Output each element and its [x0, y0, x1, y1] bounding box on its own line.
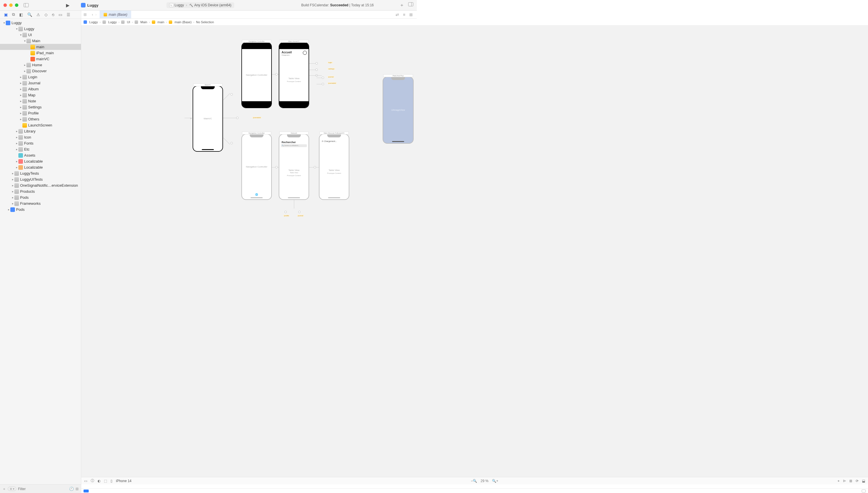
tree-item-icon[interactable]: ▸Icon — [0, 134, 81, 140]
disclosure-icon[interactable]: ▸ — [11, 196, 14, 199]
scene-mainvc[interactable]: MainVC MainVC — [192, 86, 223, 152]
tree-item-luggytests[interactable]: ▸LuggyTests — [0, 170, 81, 176]
segue-journal2[interactable]: journal — [297, 215, 304, 216]
disclosure-icon[interactable]: ▸ — [19, 106, 22, 109]
disclosure-icon[interactable]: ▾ — [15, 27, 18, 30]
tree-item-localizable[interactable]: ▸Localizable — [0, 164, 81, 170]
zoom-icon[interactable] — [15, 3, 18, 7]
tree-item-onesignalnotific-erviceextension[interactable]: ▸OneSignalNotific…erviceExtension — [0, 183, 81, 188]
breadcrumb-4[interactable]: main — [152, 20, 164, 24]
disclosure-icon[interactable]: ▸ — [23, 63, 26, 67]
disclosure-icon[interactable]: ▸ — [19, 111, 22, 115]
disclosure-icon[interactable]: ▸ — [15, 142, 18, 145]
issue-navigator-icon[interactable]: ⚠ — [37, 12, 40, 17]
report-navigator-icon[interactable]: ☰ — [67, 12, 70, 17]
tree-item-fonts[interactable]: ▸Fonts — [0, 140, 81, 146]
segue-profile[interactable]: profile — [283, 215, 290, 216]
tree-item-pods[interactable]: ▸Pods — [0, 207, 81, 213]
tree-item-assets[interactable]: Assets — [0, 152, 81, 158]
scene-followed[interactable]: Main Discover FollowedVC ⟳ Chargement...… — [319, 134, 349, 200]
disclosure-icon[interactable]: ▸ — [15, 166, 18, 169]
tree-item-others[interactable]: ▸Others — [0, 116, 81, 122]
scene-discover[interactable]: Network Rechercher 🔍 Carnets ou utilisat… — [279, 134, 309, 200]
tree-item-main[interactable]: main — [0, 44, 81, 50]
tree-item-ui[interactable]: ▾UI — [0, 32, 81, 38]
disclosure-icon[interactable]: ▸ — [19, 82, 22, 85]
scene-peek-pop[interactable]: Peek And Pop UIImageView — [383, 77, 414, 144]
jump-bar[interactable]: Luggy›Luggy›UI›Main›main›main (Base)›No … — [81, 19, 417, 25]
tree-item-map[interactable]: ▸Map — [0, 92, 81, 98]
breadcrumb-2[interactable]: UI — [121, 20, 130, 24]
tree-item-journal[interactable]: ▸Journal — [0, 80, 81, 86]
disclosure-icon[interactable]: ▾ — [23, 39, 26, 42]
test-navigator-icon[interactable]: ◇ — [44, 12, 48, 17]
disclosure-icon[interactable]: ▸ — [19, 117, 22, 121]
breadcrumb-0[interactable]: Luggy — [84, 20, 98, 24]
find-navigator-icon[interactable]: 🔍 — [27, 12, 32, 17]
disclosure-icon[interactable]: ▸ — [15, 160, 18, 163]
toggle-navigator-icon[interactable] — [23, 3, 29, 7]
segue-journalold2[interactable]: journalold — [328, 82, 337, 84]
breakpoint-navigator-icon[interactable]: ▭ — [59, 12, 62, 17]
tree-root[interactable]: ▾ Luggy — [0, 20, 81, 26]
disclosure-icon[interactable]: ▸ — [11, 172, 14, 175]
refresh-icon[interactable]: ⇄ — [395, 12, 399, 17]
tree-item-mainvc[interactable]: mainVC — [0, 56, 81, 62]
disclosure-icon[interactable]: ▾ — [2, 21, 6, 24]
breadcrumb-3[interactable]: Main — [135, 20, 147, 24]
tree-item-discover[interactable]: ▸Discover — [0, 68, 81, 74]
disclosure-icon[interactable]: ▸ — [19, 93, 22, 97]
tree-item-album[interactable]: ▸Album — [0, 86, 81, 92]
tree-item-luggyuitests[interactable]: ▸LuggyUITests — [0, 176, 81, 183]
disclosure-icon[interactable]: ▸ — [11, 178, 14, 181]
tree-item-note[interactable]: ▸Note — [0, 98, 81, 104]
tree-item-settings[interactable]: ▸Settings — [0, 104, 81, 110]
disclosure-icon[interactable]: ▾ — [19, 33, 22, 37]
related-items-icon[interactable]: ⊞ — [81, 12, 89, 17]
nav-forward-icon[interactable]: › — [95, 12, 97, 17]
tree-item-profile[interactable]: ▸Profile — [0, 110, 81, 116]
project-navigator[interactable]: ▾ Luggy ▾Luggy▾UI▾MainmainiPad_mainmainV… — [0, 19, 81, 237]
project-navigator-icon[interactable]: ▣ — [4, 12, 8, 17]
tree-item-ipad-main[interactable]: iPad_main — [0, 50, 81, 56]
scene-navcontroller-1[interactable]: Navigation Controller Navigation Control… — [242, 42, 272, 108]
disclosure-icon[interactable]: ▸ — [7, 208, 10, 211]
storyboard-canvas[interactable]: ➤ MainVC MainVC Navigation Controller Na… — [81, 25, 417, 237]
disclosure-icon[interactable]: ▸ — [15, 136, 18, 139]
tree-item-main[interactable]: ▾Main — [0, 38, 81, 44]
disclosure-icon[interactable]: ▸ — [11, 202, 14, 205]
add-editor-icon[interactable]: ⊞ — [409, 12, 413, 17]
run-button[interactable]: ▶ — [66, 3, 69, 8]
disclosure-icon[interactable]: ▸ — [19, 76, 22, 79]
disclosure-icon[interactable]: ▸ — [11, 190, 14, 193]
disclosure-icon[interactable]: ▸ — [23, 69, 26, 72]
segue-settings[interactable]: settings — [328, 68, 335, 70]
editor-options-icon[interactable]: ≡ — [403, 12, 405, 17]
tree-item-library[interactable]: ▸Library — [0, 128, 81, 134]
breadcrumb-1[interactable]: Luggy — [102, 20, 117, 24]
disclosure-icon[interactable]: ▸ — [15, 148, 18, 151]
tree-item-localizable[interactable]: ▸Localizable — [0, 158, 81, 164]
scene-home[interactable]: Main HomeVC Accueil Chargement... Table … — [279, 42, 309, 108]
source-control-icon[interactable]: ⧉ — [12, 12, 15, 17]
scene-navcontroller-2[interactable]: Navigation Controller Navigation Control… — [242, 134, 272, 200]
tree-item-etc[interactable]: ▸Etc — [0, 146, 81, 152]
breadcrumb-5[interactable]: main (Base) — [169, 20, 191, 24]
tab-main-base[interactable]: main (Base) — [100, 10, 131, 18]
symbol-navigator-icon[interactable]: ◧ — [19, 12, 23, 17]
tree-item-pods[interactable]: ▸Pods — [0, 194, 81, 200]
tree-item-launchscreen[interactable]: LaunchScreen — [0, 122, 81, 128]
close-icon[interactable] — [3, 3, 7, 7]
disclosure-icon[interactable]: ▸ — [11, 184, 14, 187]
tree-item-login[interactable]: ▸Login — [0, 74, 81, 80]
tree-item-products[interactable]: ▸Products — [0, 188, 81, 194]
tree-item-home[interactable]: ▸Home — [0, 62, 81, 68]
library-add-icon[interactable]: ＋ — [399, 2, 404, 8]
breadcrumb-6[interactable]: No Selection — [196, 20, 214, 24]
toggle-inspector-icon[interactable] — [408, 2, 413, 8]
debug-navigator-icon[interactable]: ⎋ — [52, 12, 54, 17]
segue-login[interactable]: login — [328, 62, 333, 63]
segue-journalold[interactable]: journalold — [252, 117, 262, 119]
disclosure-icon[interactable]: ▸ — [19, 100, 22, 103]
scheme-destination[interactable]: L Luggy Any iOS Device (arm64) — [166, 2, 234, 8]
